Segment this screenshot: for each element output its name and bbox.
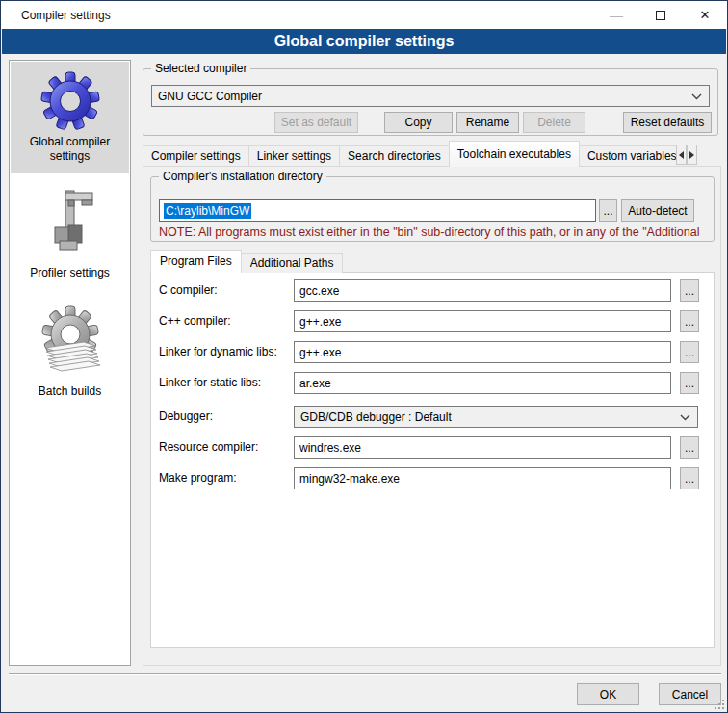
program-files-page: C compiler: ... C++ compiler: ... Linker… (150, 272, 715, 648)
arrow-left-icon (679, 151, 684, 159)
sidebar-item-global-compiler-settings[interactable]: Global compiler settings (11, 62, 129, 173)
tab-scroll-right-button[interactable] (687, 145, 697, 165)
tab-scroll-left-button[interactable] (676, 145, 687, 165)
settings-category-list: Global compiler settings Profiler settin… (9, 60, 131, 666)
group-label: Compiler's installation directory (159, 170, 326, 183)
debugger-select[interactable]: GDB/CDB debugger : Default (294, 406, 698, 428)
c-compiler-input[interactable] (294, 279, 671, 302)
caliper-icon (39, 187, 101, 262)
field-label: Debugger: (159, 409, 213, 423)
tab-linker-settings[interactable]: Linker settings (248, 145, 340, 167)
maximize-icon[interactable] (638, 1, 683, 29)
chevron-down-icon (680, 414, 690, 421)
cancel-button[interactable]: Cancel (659, 683, 721, 705)
close-icon[interactable]: ✕ (683, 1, 727, 29)
group-label: Selected compiler (151, 62, 250, 75)
sidebar-item-profiler-settings[interactable]: Profiler settings (11, 179, 129, 290)
resource-compiler-input[interactable] (294, 436, 671, 459)
make-program-row: Make program: ... (151, 467, 714, 489)
rename-button[interactable]: Rename (456, 112, 519, 133)
set-as-default-button[interactable]: Set as default (274, 112, 358, 133)
cpp-compiler-input[interactable] (294, 310, 671, 332)
browse-directory-button[interactable]: ... (599, 199, 617, 222)
settings-tabstrip: Compiler settings Linker settings Search… (143, 141, 676, 167)
compiler-settings-dialog: Compiler settings — ✕ Global compiler se… (0, 0, 728, 713)
note-text: NOTE: All programs must exist either in … (159, 225, 712, 239)
field-label: Linker for dynamic libs: (159, 345, 277, 358)
c-compiler-row: C compiler: ... (151, 279, 714, 302)
browse-make-program-button[interactable]: ... (680, 467, 699, 489)
auto-detect-button[interactable]: Auto-detect (621, 199, 694, 222)
resize-grip[interactable] (714, 699, 724, 709)
footer-divider (9, 673, 721, 675)
field-label: Make program: (159, 471, 237, 485)
program-files-tabstrip: Program Files Additional Paths (150, 250, 342, 273)
installation-directory-group: Compiler's installation directory C:\ray… (150, 176, 715, 242)
field-label: Linker for static libs: (159, 376, 261, 389)
arrow-right-icon (689, 151, 694, 159)
field-label: C compiler: (159, 283, 218, 297)
tab-additional-paths[interactable]: Additional Paths (241, 253, 344, 273)
ok-button[interactable]: OK (577, 683, 639, 705)
tab-custom-variables[interactable]: Custom variables (579, 145, 676, 167)
selected-compiler-group: Selected compiler GNU GCC Compiler Set a… (143, 68, 718, 136)
static-linker-input[interactable] (294, 372, 671, 394)
tab-toolchain-executables[interactable]: Toolchain executables (449, 141, 580, 167)
chevron-down-icon (691, 93, 702, 100)
delete-button[interactable]: Delete (523, 112, 585, 133)
compiler-select[interactable]: GNU GCC Compiler (151, 85, 710, 107)
make-program-input[interactable] (294, 467, 671, 489)
sidebar-item-label: Profiler settings (11, 266, 129, 290)
tab-program-files[interactable]: Program Files (150, 250, 242, 273)
browse-resource-compiler-button[interactable]: ... (680, 436, 699, 459)
page-title: Global compiler settings (2, 29, 726, 54)
sidebar-item-batch-builds[interactable]: Batch builds (11, 296, 129, 409)
debugger-row: Debugger: GDB/CDB debugger : Default (151, 406, 714, 428)
field-label: C++ compiler: (159, 314, 231, 328)
browse-cpp-compiler-button[interactable]: ... (680, 310, 699, 332)
browse-c-compiler-button[interactable]: ... (680, 279, 699, 302)
tab-search-directories[interactable]: Search directories (339, 145, 450, 167)
compiler-select-value: GNU GCC Compiler (158, 90, 262, 103)
static-linker-row: Linker for static libs: ... (151, 372, 714, 394)
sidebar-item-label: Batch builds (11, 384, 129, 409)
titlebar: Compiler settings — ✕ (1, 1, 727, 29)
dynamic-linker-row: Linker for dynamic libs: ... (151, 341, 714, 363)
window-title: Compiler settings (21, 9, 111, 22)
reset-defaults-button[interactable]: Reset defaults (623, 112, 712, 133)
copy-button[interactable]: Copy (384, 112, 453, 133)
minimize-icon[interactable]: — (594, 1, 638, 29)
cpp-compiler-row: C++ compiler: ... (151, 310, 714, 332)
selected-text: C:\raylib\MinGW (164, 203, 251, 219)
browse-dynamic-linker-button[interactable]: ... (680, 341, 699, 363)
sidebar-item-label: Global compiler settings (11, 135, 129, 173)
blue-gear-icon (39, 69, 101, 131)
installation-directory-input[interactable]: C:\raylib\MinGW (159, 199, 596, 222)
tab-compiler-settings[interactable]: Compiler settings (143, 145, 249, 167)
browse-static-linker-button[interactable]: ... (680, 372, 699, 394)
field-label: Resource compiler: (159, 440, 258, 454)
dynamic-linker-input[interactable] (294, 341, 671, 363)
gear-stack-icon (36, 304, 105, 381)
debugger-select-value: GDB/CDB debugger : Default (300, 410, 452, 424)
resource-compiler-row: Resource compiler: ... (151, 436, 714, 459)
